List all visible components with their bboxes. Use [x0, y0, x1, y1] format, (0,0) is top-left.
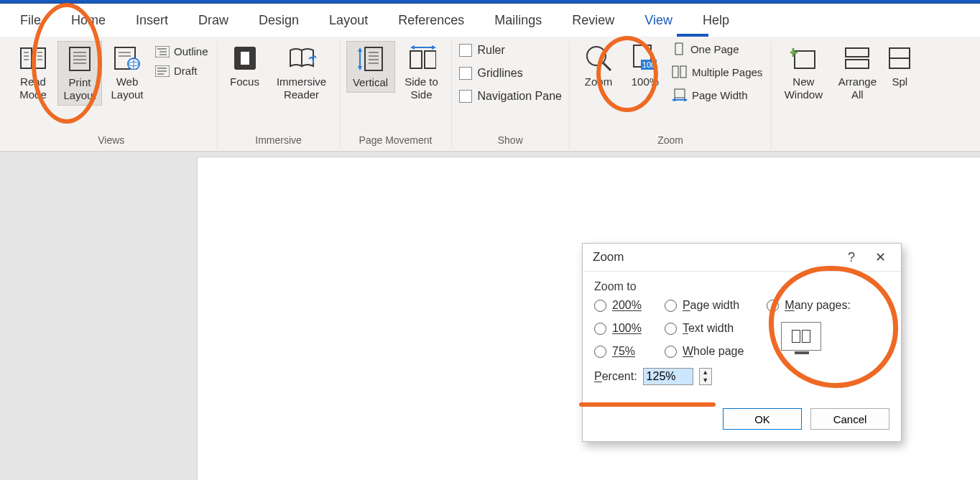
ok-button[interactable]: OK	[723, 408, 802, 430]
svg-rect-45	[675, 43, 683, 55]
tab-layout[interactable]: Layout	[329, 13, 368, 28]
hundred-percent-button[interactable]: 100 100%	[624, 41, 666, 91]
print-layout-icon	[65, 45, 94, 73]
checkbox-icon	[459, 90, 472, 103]
spinner-up-icon[interactable]: ▲	[700, 369, 711, 377]
ruler-checkbox[interactable]: Ruler	[458, 41, 563, 60]
vertical-label: Vertical	[353, 76, 388, 89]
navigation-pane-label: Navigation Pane	[478, 90, 562, 103]
radio-100[interactable]: 100%	[594, 322, 642, 335]
svg-rect-48	[675, 89, 685, 98]
radio-many-pages[interactable]: Many pages:	[767, 299, 851, 312]
radio-icon	[665, 300, 677, 312]
radio-text-width-label: Text width	[683, 322, 734, 335]
svg-marker-50	[672, 98, 675, 101]
radio-200[interactable]: 200%	[594, 299, 642, 312]
radio-icon	[665, 323, 677, 335]
svg-rect-46	[672, 66, 678, 78]
zoom-button[interactable]: Zoom	[575, 41, 621, 91]
read-mode-button[interactable]: Read Mode	[11, 41, 55, 104]
new-window-button[interactable]: New Window	[777, 41, 829, 104]
svg-marker-51	[684, 98, 688, 101]
zoom-dialog: Zoom ? ✕ Zoom to 200% 100% 75% Page widt…	[582, 243, 902, 442]
multiple-pages-button[interactable]: Multiple Pages	[669, 64, 765, 80]
page-width-icon	[672, 88, 688, 101]
print-layout-button[interactable]: Print Layout	[57, 41, 102, 106]
hundred-percent-icon: 100	[631, 44, 660, 73]
tab-insert[interactable]: Insert	[136, 13, 168, 28]
web-layout-button[interactable]: Web Layout	[105, 41, 149, 104]
tab-help[interactable]: Help	[703, 13, 729, 28]
split-button[interactable]: Spl	[885, 41, 914, 91]
tab-draw[interactable]: Draw	[198, 13, 228, 28]
percent-input[interactable]	[643, 368, 693, 385]
many-pages-picker[interactable]	[781, 322, 821, 351]
focus-button[interactable]: Focus	[223, 41, 267, 91]
gridlines-label: Gridlines	[478, 67, 523, 80]
tab-view[interactable]: View	[644, 13, 672, 28]
dialog-help-button[interactable]: ?	[841, 250, 862, 265]
draft-icon	[155, 65, 170, 77]
group-immersive: Focus Immersive Reader Immersive	[218, 41, 341, 149]
navigation-pane-checkbox[interactable]: Navigation Pane	[458, 87, 563, 106]
radio-whole-page-label: Whole page	[683, 345, 744, 358]
svg-rect-27	[365, 47, 382, 70]
zoom-to-label: Zoom to	[594, 280, 889, 293]
dialog-close-button[interactable]: ✕	[869, 249, 891, 265]
spinner-down-icon[interactable]: ▼	[700, 377, 711, 384]
web-layout-icon	[113, 44, 142, 73]
page-width-button[interactable]: Page Width	[669, 87, 765, 103]
cancel-button[interactable]: Cancel	[810, 408, 889, 430]
arrange-all-icon	[843, 44, 872, 73]
draft-button[interactable]: Draft	[152, 63, 211, 78]
tab-design[interactable]: Design	[259, 13, 299, 28]
svg-point-40	[587, 47, 606, 65]
svg-rect-35	[410, 51, 422, 68]
vertical-icon	[356, 45, 385, 73]
dialog-titlebar: Zoom ? ✕	[583, 244, 901, 272]
svg-text:100: 100	[642, 60, 655, 69]
tab-file[interactable]: File	[20, 13, 41, 28]
gridlines-checkbox[interactable]: Gridlines	[458, 64, 563, 83]
svg-rect-0	[21, 48, 32, 68]
tab-mailings[interactable]: Mailings	[494, 13, 542, 28]
svg-rect-1	[34, 48, 45, 68]
checkbox-icon	[459, 44, 472, 57]
ribbon-tabs: File Home Insert Draw Design Layout Refe…	[0, 4, 980, 37]
focus-icon	[231, 44, 259, 73]
radio-icon	[594, 346, 606, 358]
split-icon	[885, 44, 914, 73]
zoom-icon	[584, 44, 613, 73]
web-layout-label: Web Layout	[106, 75, 148, 101]
split-label: Spl	[892, 75, 908, 88]
one-page-button[interactable]: One Page	[669, 41, 765, 57]
radio-many-pages-label: Many pages:	[785, 299, 851, 312]
one-page-label: One Page	[690, 43, 739, 55]
radio-75-label: 75%	[612, 345, 635, 358]
checkbox-icon	[459, 67, 472, 80]
page-width-label: Page Width	[692, 89, 748, 101]
outline-button[interactable]: Outline	[152, 44, 211, 59]
tab-home[interactable]: Home	[71, 13, 106, 28]
percent-spinner[interactable]: ▲ ▼	[699, 368, 712, 385]
monitor-pages-icon	[792, 330, 810, 343]
svg-rect-47	[680, 66, 686, 78]
immersive-reader-button[interactable]: Immersive Reader	[269, 41, 334, 104]
multiple-pages-icon	[672, 65, 688, 78]
radio-200-label: 200%	[612, 299, 642, 312]
radio-page-width[interactable]: Page width	[665, 299, 744, 312]
tab-references[interactable]: References	[398, 13, 464, 28]
radio-75[interactable]: 75%	[594, 345, 642, 358]
svg-marker-34	[358, 66, 362, 70]
one-page-icon	[672, 42, 686, 55]
radio-page-width-label: Page width	[683, 299, 739, 312]
radio-whole-page[interactable]: Whole page	[665, 345, 744, 358]
arrange-all-button[interactable]: Arrange All	[832, 41, 882, 104]
radio-text-width[interactable]: Text width	[665, 322, 744, 335]
tab-review[interactable]: Review	[572, 13, 614, 28]
print-layout-label: Print Layout	[60, 76, 100, 102]
vertical-button[interactable]: Vertical	[346, 41, 395, 93]
group-views-label: Views	[98, 134, 124, 149]
side-to-side-button[interactable]: Side to Side	[398, 41, 445, 104]
new-window-icon	[789, 44, 818, 73]
